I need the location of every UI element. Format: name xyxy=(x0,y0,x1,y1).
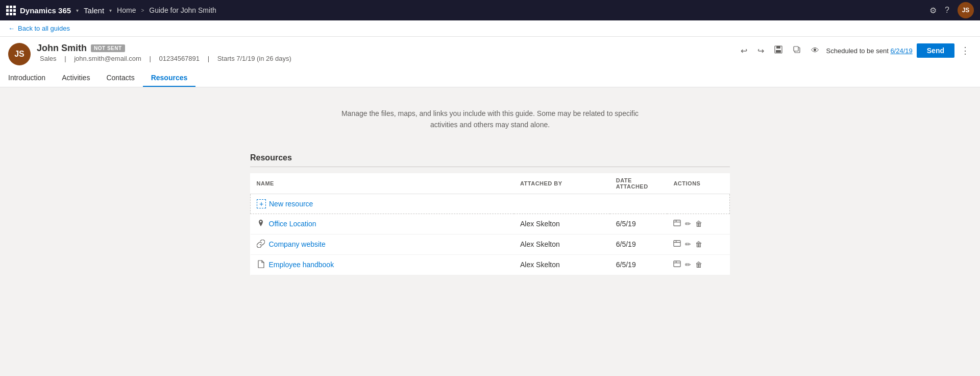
nav-left: Dynamics 365 ▾ Talent ▾ Home > Guide for… xyxy=(6,6,216,15)
description-box: Manage the files, maps, and links you in… xyxy=(311,98,669,141)
edit-icon[interactable]: ✏ xyxy=(685,261,691,269)
resources-title: Resources xyxy=(250,153,730,162)
new-resource-row[interactable]: + New resource xyxy=(251,194,730,214)
col-header-date: DATE ATTACHED xyxy=(610,173,668,194)
scheduled-date[interactable]: 6/24/19 xyxy=(890,47,912,55)
user-starts: Starts 7/1/19 (in 26 days) xyxy=(217,55,291,62)
back-label: Back to all guides xyxy=(18,25,70,32)
avatar: JS xyxy=(8,43,31,65)
view-icon[interactable] xyxy=(673,240,681,249)
user-info: John Smith NOT SENT Sales | john.smith@e… xyxy=(37,43,295,62)
app-name[interactable]: Dynamics 365 xyxy=(20,6,71,15)
tab-activities[interactable]: Activities xyxy=(54,69,98,87)
col-header-actions: ACTIONS xyxy=(667,173,729,194)
resources-table: NAME ATTACHED BY DATE ATTACHED ACTIONS +… xyxy=(250,173,730,275)
user-avatar-nav[interactable]: JS xyxy=(958,2,974,18)
resource-date-office: 6/5/19 xyxy=(610,214,668,234)
new-resource-cell[interactable]: + New resource xyxy=(251,194,730,214)
resource-date-website: 6/5/19 xyxy=(610,234,668,254)
back-to-guides[interactable]: ← Back to all guides xyxy=(0,20,980,37)
tabs: Introduction Activities Contacts Resourc… xyxy=(8,69,972,87)
table-header: NAME ATTACHED BY DATE ATTACHED ACTIONS xyxy=(251,173,730,194)
map-pin-icon xyxy=(257,219,265,229)
svg-rect-1 xyxy=(776,46,780,49)
description-line1: Manage the files, maps, and links you in… xyxy=(322,108,658,119)
col-header-attached: ATTACHED BY xyxy=(514,173,610,194)
header-section: JS John Smith NOT SENT Sales | john.smit… xyxy=(0,37,980,87)
help-icon[interactable]: ? xyxy=(945,6,949,15)
svg-rect-5 xyxy=(674,220,680,226)
top-nav: Dynamics 365 ▾ Talent ▾ Home > Guide for… xyxy=(0,0,980,20)
svg-rect-2 xyxy=(776,50,781,53)
svg-rect-7 xyxy=(674,261,680,267)
tab-resources[interactable]: Resources xyxy=(143,69,196,87)
more-options-button[interactable]: ⋮ xyxy=(959,43,972,58)
view-icon[interactable] xyxy=(673,260,681,269)
view-icon[interactable] xyxy=(673,219,681,228)
settings-icon[interactable]: ⚙ xyxy=(929,6,937,15)
resource-actions-handbook: ✏ 🗑 xyxy=(667,254,729,275)
resource-name-cell: Company website xyxy=(251,234,514,254)
app-chevron-icon: ▾ xyxy=(76,8,79,13)
tab-contacts[interactable]: Contacts xyxy=(98,69,142,87)
edit-icon[interactable]: ✏ xyxy=(685,220,691,228)
back-arrow-icon: ← xyxy=(8,25,15,32)
breadcrumb-home[interactable]: Home xyxy=(117,6,136,14)
table-body: + New resource xyxy=(251,194,730,275)
resource-name-website[interactable]: Company website xyxy=(269,240,326,248)
redo-button[interactable]: ↪ xyxy=(754,44,767,58)
user-name: John Smith xyxy=(37,43,87,54)
table-row: Office Location Alex Skelton 6/5/19 xyxy=(251,214,730,234)
not-sent-badge: NOT SENT xyxy=(91,44,125,52)
resource-name-office[interactable]: Office Location xyxy=(269,220,316,228)
table-row: Company website Alex Skelton 6/5/19 xyxy=(251,234,730,254)
talent-label[interactable]: Talent xyxy=(84,6,104,15)
resource-actions-office: ✏ 🗑 xyxy=(667,214,729,234)
resource-attached-office: Alex Skelton xyxy=(514,214,610,234)
delete-icon[interactable]: 🗑 xyxy=(695,261,702,269)
resources-divider xyxy=(250,167,730,167)
resource-name-cell: Office Location xyxy=(251,214,514,234)
user-meta: Sales | john.smith@email.com | 012345678… xyxy=(37,55,295,62)
delete-icon[interactable]: 🗑 xyxy=(695,240,702,248)
file-icon xyxy=(257,260,265,270)
user-email: john.smith@email.com xyxy=(74,55,141,62)
svg-rect-6 xyxy=(674,241,680,246)
user-phone: 01234567891 xyxy=(159,55,200,62)
header-left: JS John Smith NOT SENT Sales | john.smit… xyxy=(8,43,295,65)
nav-right: ⚙ ? JS xyxy=(929,2,974,18)
send-button[interactable]: Send xyxy=(917,43,954,58)
content-area: Manage the files, maps, and links you in… xyxy=(0,87,980,286)
copy-button[interactable] xyxy=(790,43,804,58)
resource-name-cell: Employee handbook xyxy=(251,254,514,275)
preview-button[interactable]: 👁 xyxy=(808,44,822,57)
col-header-name: NAME xyxy=(251,173,514,194)
plus-icon: + xyxy=(257,199,266,208)
description-line2: activities and others may stand alone. xyxy=(322,119,658,130)
resources-container: Resources NAME ATTACHED BY DATE ATTACHED… xyxy=(240,153,740,275)
header-top: JS John Smith NOT SENT Sales | john.smit… xyxy=(8,43,972,65)
breadcrumb-sep: > xyxy=(141,8,144,13)
table-row: Employee handbook Alex Skelton 6/5/19 xyxy=(251,254,730,275)
resource-actions-website: ✏ 🗑 xyxy=(667,234,729,254)
header-right: ↩ ↪ 👁 Scheduled to be sent 6/24/19 xyxy=(738,43,972,58)
waffle-icon[interactable] xyxy=(6,6,16,15)
undo-button[interactable]: ↩ xyxy=(738,44,750,58)
breadcrumb-current: Guide for John Smith xyxy=(149,6,216,14)
resource-attached-handbook: Alex Skelton xyxy=(514,254,610,275)
delete-icon[interactable]: 🗑 xyxy=(695,220,702,228)
resource-name-handbook[interactable]: Employee handbook xyxy=(269,261,334,269)
scheduled-text: Scheduled to be sent 6/24/19 xyxy=(826,47,913,55)
link-icon xyxy=(257,240,265,249)
svg-rect-4 xyxy=(794,46,798,51)
save-button[interactable] xyxy=(771,43,786,58)
new-resource-label: New resource xyxy=(269,200,313,208)
resource-attached-website: Alex Skelton xyxy=(514,234,610,254)
resource-date-handbook: 6/5/19 xyxy=(610,254,668,275)
user-department: Sales xyxy=(40,55,57,62)
edit-icon[interactable]: ✏ xyxy=(685,240,691,248)
user-name-row: John Smith NOT SENT xyxy=(37,43,295,54)
talent-chevron-icon: ▾ xyxy=(109,8,112,13)
tab-introduction[interactable]: Introduction xyxy=(8,69,54,87)
